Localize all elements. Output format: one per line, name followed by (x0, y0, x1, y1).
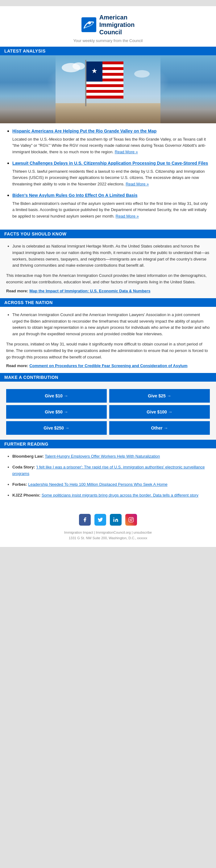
further-link-1[interactable]: Talent-Hungry Employers Offer Workers He… (45, 454, 160, 459)
instagram-icon[interactable] (125, 514, 137, 526)
article-title-1[interactable]: Hispanic Americans Are Helping Put the R… (12, 128, 210, 134)
svg-rect-20 (129, 518, 134, 522)
footer-text: Immigration Impact | ImmigrationCouncil.… (6, 530, 210, 541)
svg-point-21 (130, 519, 132, 521)
social-section: Immigration Impact | ImmigrationCouncil.… (0, 508, 216, 547)
email-header: American Immigration Council Your weekly… (0, 6, 216, 46)
social-icons (6, 514, 210, 526)
across-read-more-link[interactable]: Comment on Procedures for Credible Fear … (29, 363, 187, 368)
svg-point-1 (88, 21, 91, 24)
further-source-4: KJZZ Phoenix: (12, 493, 40, 497)
svg-point-22 (132, 518, 133, 519)
svg-rect-11 (86, 90, 123, 93)
latest-analysis-header: LATEST ANALYSIS (0, 46, 216, 55)
facts-item-1: June is celebrated as National Immigrant… (12, 243, 210, 269)
further-item-2: Coda Story: 'I felt like I was a prisone… (12, 464, 210, 477)
read-more-1[interactable]: Read More » (115, 150, 138, 154)
svg-text:★: ★ (91, 67, 98, 75)
read-more-2[interactable]: Read More » (125, 182, 149, 186)
contribution-grid: Give $10 → Give $25 → Give $50 → Give $1… (6, 389, 210, 435)
further-header: FURTHER READING (0, 440, 216, 448)
article-item-3: Biden's New Asylum Rules Go Into Effect … (12, 192, 210, 220)
svg-rect-10 (86, 84, 123, 87)
logo-area: American Immigration Council (6, 13, 210, 36)
aic-logo-icon (81, 17, 96, 32)
contribute-header: MAKE A CONTRIBUTION (0, 373, 216, 382)
facts-read-more-link[interactable]: Map the Impact of Immigration: U.S. Econ… (29, 289, 150, 293)
further-source-3: Forbes: (12, 482, 27, 487)
tagline: Your weekly summary from the Council (6, 38, 210, 43)
give-other-button[interactable]: Other → (109, 421, 210, 435)
further-source-1: Bloomberg Law: (12, 454, 44, 459)
article-item-2: Lawsuit Challenges Delays in U.S. Citize… (12, 160, 210, 188)
svg-rect-12 (86, 95, 123, 99)
give-250-button[interactable]: Give $250 → (6, 421, 107, 435)
facts-read-more: Read more: Map the Impact of Immigration… (6, 289, 210, 293)
across-section: ACROSS THE NATION The American Immigrati… (0, 298, 216, 373)
further-section: FURTHER READING Bloomberg Law: Talent-Hu… (0, 440, 216, 508)
across-list: The American Immigration Council and the… (6, 312, 210, 337)
linkedin-icon[interactable] (110, 514, 121, 526)
further-link-2[interactable]: 'I felt like I was a prisoner': The rapi… (12, 465, 205, 476)
footer-line-1: Immigration Impact | ImmigrationCouncil.… (6, 530, 210, 535)
facts-para-2: This interactive map from the American I… (6, 273, 210, 285)
article-title-3[interactable]: Biden's New Asylum Rules Go Into Effect … (12, 192, 210, 199)
further-item-3: Forbes: Leadership Needed To Help 100 Mi… (12, 482, 210, 488)
across-header: ACROSS THE NATION (0, 298, 216, 307)
svg-point-19 (114, 518, 114, 519)
svg-point-18 (134, 70, 150, 78)
give-25-button[interactable]: Give $25 → (109, 389, 210, 403)
across-read-more: Read more: Comment on Procedures for Cre… (6, 363, 210, 368)
across-item-1: The American Immigration Council and the… (12, 312, 210, 337)
further-link-3[interactable]: Leadership Needed To Help 100 Million Di… (28, 482, 167, 487)
across-content: The American Immigration Council and the… (0, 307, 216, 373)
facts-section: FACTS YOU SHOULD KNOW June is celebrated… (0, 229, 216, 298)
give-10-button[interactable]: Give $10 → (6, 389, 107, 403)
facts-content: June is celebrated as National Immigrant… (0, 238, 216, 298)
svg-rect-0 (81, 17, 96, 32)
contribute-section: MAKE A CONTRIBUTION Give $10 → Give $25 … (0, 373, 216, 440)
further-item-4: KJZZ Phoenix: Some politicians insist mi… (12, 492, 210, 499)
further-list: Bloomberg Law: Talent-Hungry Employers O… (6, 453, 210, 498)
further-source-2: Coda Story: (12, 465, 35, 469)
article-title-2[interactable]: Lawsuit Challenges Delays in U.S. Citize… (12, 160, 210, 166)
give-100-button[interactable]: Give $100 → (109, 405, 210, 419)
latest-analysis-section: LATEST ANALYSIS (0, 46, 216, 229)
article-item-1: Hispanic Americans Are Helping Put the R… (12, 128, 210, 155)
article-list: Hispanic Americans Are Helping Put the R… (6, 128, 210, 220)
facts-list: June is celebrated as National Immigrant… (6, 243, 210, 269)
logo-text: American Immigration Council (99, 13, 135, 36)
contribute-content: Give $10 → Give $25 → Give $50 → Give $1… (0, 382, 216, 440)
further-content: Bloomberg Law: Talent-Hungry Employers O… (0, 448, 216, 508)
give-50-button[interactable]: Give $50 → (6, 405, 107, 419)
article-body-1: Located on the U.S.-Mexico border at the… (12, 136, 210, 155)
article-body-2: Thirteen U.S. lawful permanent residents… (12, 168, 210, 188)
article-body-3: The Biden administration's overhaul of t… (12, 200, 210, 220)
across-para-2: The process, initiated on May 31, would … (6, 341, 210, 360)
further-item-1: Bloomberg Law: Talent-Hungry Employers O… (12, 453, 210, 460)
footer-line-2: 1331 G St. NW Suite 200, Washington, D.C… (6, 535, 210, 541)
facts-header: FACTS YOU SHOULD KNOW (0, 229, 216, 238)
svg-point-17 (73, 62, 85, 70)
twitter-icon[interactable] (95, 514, 106, 526)
svg-rect-15 (85, 60, 86, 106)
facebook-icon[interactable] (79, 514, 91, 526)
svg-rect-4 (56, 103, 160, 123)
hero-image: ★ (0, 55, 216, 123)
further-link-4[interactable]: Some politicians insist migrants bring d… (42, 493, 199, 497)
read-more-3[interactable]: Read More » (116, 214, 139, 218)
latest-analysis-content: Hispanic Americans Are Helping Put the R… (0, 123, 216, 229)
